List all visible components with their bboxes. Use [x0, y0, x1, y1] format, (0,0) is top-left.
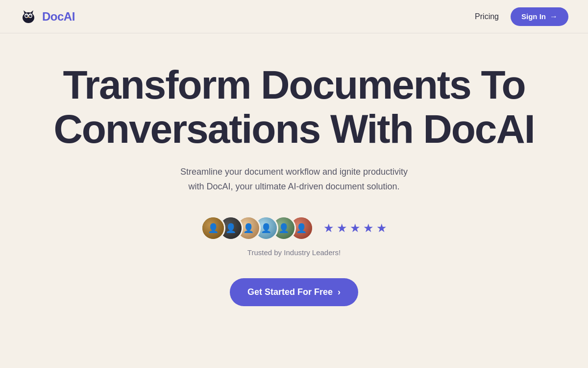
hero-subtitle-line2: with DocAI, your ultimate AI-driven docu…	[188, 182, 399, 191]
avatar: 👤	[201, 216, 225, 240]
chevron-right-icon: ›	[338, 287, 341, 297]
cta-button[interactable]: Get Started For Free ›	[230, 278, 358, 306]
star-rating: ★ ★ ★ ★ ★	[323, 221, 387, 235]
signin-label: Sign In	[521, 12, 546, 21]
star-4: ★	[363, 221, 374, 235]
hero-section: Transform Documents To Conversations Wit…	[0, 33, 588, 326]
hero-title: Transform Documents To Conversations Wit…	[37, 63, 551, 151]
signin-button[interactable]: Sign In →	[511, 7, 568, 26]
star-5: ★	[376, 221, 387, 235]
svg-point-7	[30, 15, 31, 16]
svg-point-6	[26, 15, 27, 16]
avatar-face-1: 👤	[202, 217, 224, 239]
hero-subtitle: Streamline your document workflow and ig…	[180, 165, 408, 194]
svg-point-5	[29, 15, 32, 17]
trusted-text: Trusted by Industry Leaders!	[247, 248, 341, 257]
arrow-icon: →	[550, 12, 558, 21]
star-1: ★	[323, 221, 334, 235]
svg-point-4	[25, 15, 28, 17]
hero-subtitle-line1: Streamline your document workflow and ig…	[180, 167, 408, 177]
navbar: DocAI Pricing Sign In →	[0, 0, 588, 33]
brand-name: DocAI	[42, 10, 75, 24]
nav-right: Pricing Sign In →	[475, 7, 568, 26]
star-3: ★	[350, 221, 361, 235]
logo: DocAI	[20, 8, 75, 26]
cta-label: Get Started For Free	[247, 287, 333, 297]
star-2: ★	[337, 221, 347, 235]
avatar-group: 👤 👤 👤 👤 👤 👤	[201, 216, 314, 240]
logo-icon	[20, 8, 37, 26]
social-proof: 👤 👤 👤 👤 👤 👤 ★ ★ ★ ★ ★	[201, 216, 387, 240]
pricing-link[interactable]: Pricing	[475, 12, 499, 21]
